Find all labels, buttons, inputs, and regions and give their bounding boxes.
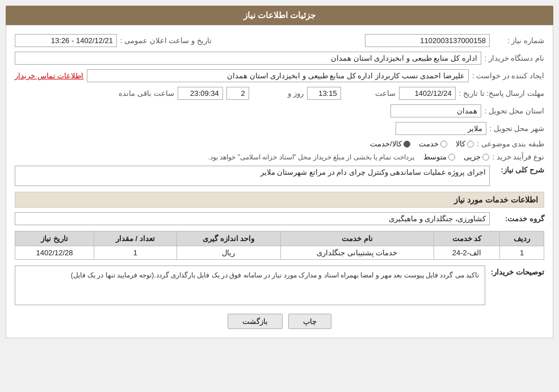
action-buttons: چاپ بازگشت <box>15 314 544 329</box>
services-table: ردیف کد خدمت نام خدمت واحد اندازه گیری ت… <box>15 231 544 260</box>
print-button[interactable]: چاپ <box>288 314 331 329</box>
table-row: 1الف-2-24خدمات پشتیبانی جنگلداریریال1140… <box>15 246 544 260</box>
rooz-value: 2 <box>226 87 249 100</box>
sharh-value: اجرای پروژه عملیات ساماندهی وکنترل چرای … <box>15 166 490 186</box>
contact-link[interactable]: اطلاعات تماس خریدار <box>15 71 83 80</box>
saat-label: ساعت <box>344 89 396 98</box>
col-vahed: واحد اندازه گیری <box>176 231 280 246</box>
cell-tarikh: 1402/12/28 <box>15 246 94 260</box>
radio-khedmat-circle <box>440 141 447 147</box>
tabaqe-label: طبقه بندی موضوعی : <box>477 140 544 148</box>
baqi-label: ساعت باقی مانده <box>119 89 174 98</box>
cell-vahed: ریال <box>176 246 280 260</box>
rooz-label: روز و <box>253 89 304 98</box>
col-kod: کد خدمت <box>434 231 499 246</box>
radio-kala-khedmat-circle <box>404 141 410 147</box>
mohlat-label: مهلت ارسال پاسخ: تا تاریخ : <box>459 89 544 98</box>
radio-jozyi-circle <box>482 154 489 161</box>
date-value: 1402/12/24 <box>399 87 456 100</box>
page-title: جزئیات اطلاعات نیاز <box>6 6 553 25</box>
radio-motavaset-circle <box>448 154 455 161</box>
khedmat-label: خدمت <box>419 140 439 148</box>
grooh-label: گروه خدمت: <box>493 214 544 223</box>
services-table-section: ردیف کد خدمت نام خدمت واحد اندازه گیری ت… <box>15 231 544 260</box>
grooh-value: کشاورزی، جنگلداری و ماهیگیری <box>15 212 490 225</box>
kala-label: کالا <box>456 140 465 148</box>
radio-jozyi[interactable]: جزیی <box>464 153 489 161</box>
cell-kod: الف-2-24 <box>434 246 499 260</box>
tabaqe-radio-group: کالا خدمت کالا/خدمت <box>370 140 474 148</box>
cell-name: خدمات پشتیبانی جنگلداری <box>280 246 434 260</box>
ostan-label: استان محل تحویل : <box>485 107 544 115</box>
farayand-radio-group: جزیی متوسط <box>423 153 489 161</box>
nooe-farayand-label: نوع فرآیند خرید : <box>493 153 544 161</box>
name-dastgah-value: اداره کل منابع طبیعی و ابخیزداری استان ه… <box>15 52 481 65</box>
saat-value: 13:15 <box>307 87 341 100</box>
motavaset-label: متوسط <box>423 153 447 161</box>
radio-kala[interactable]: کالا <box>456 140 474 148</box>
col-radif: ردیف <box>500 231 544 246</box>
name-dastgah-label: نام دستگاه خریدار : <box>485 54 544 62</box>
ostan-value: همدان <box>390 104 481 117</box>
buyer-notes-section: توصیحات خریدار: تاکید می گردد فایل پیوست… <box>15 265 544 305</box>
tarikh-elan-label: تاریخ و ساعت اعلان عمومی : <box>120 36 212 45</box>
col-name: نام خدمت <box>280 231 434 246</box>
shahr-label: شهر محل تحویل : <box>490 124 544 133</box>
buyer-notes-label: توصیحات خریدار: <box>491 265 544 305</box>
section2-header: اطلاعات خدمات مورد نیاز <box>15 192 544 208</box>
radio-kala-circle <box>467 141 474 147</box>
tarikh-elan-value: 1402/12/21 - 13:26 <box>15 34 117 47</box>
kala-khedmat-label: کالا/خدمت <box>370 140 402 148</box>
cell-radif: 1 <box>500 246 544 260</box>
shahr-value: ملایر <box>396 122 486 135</box>
shomare-niaz-label: شماره نیاز : <box>493 36 544 45</box>
shomare-niaz-value: 1102003137000158 <box>365 34 490 47</box>
col-tarikh: تاریخ نیاز <box>15 231 94 246</box>
col-tedad: تعداد / مقدار <box>94 231 176 246</box>
back-button[interactable]: بازگشت <box>228 314 283 329</box>
radio-khedmat[interactable]: خدمت <box>419 140 447 148</box>
ijad-konande-value: علیرضا احمدی نسب کاربرداز اداره کل منابع… <box>87 69 469 82</box>
sharh-label: شرح کلی نیاز: <box>493 166 544 174</box>
buyer-notes-value: تاکید می گردد فایل پیوست بعد مهر و امضا … <box>15 265 485 305</box>
radio-motavaset[interactable]: متوسط <box>423 153 455 161</box>
baqi-value: 23:09:34 <box>178 87 223 100</box>
ijad-konande-label: ایجاد کننده در خواست : <box>472 71 544 80</box>
cell-tedad: 1 <box>94 246 176 260</box>
jozyi-label: جزیی <box>464 153 481 161</box>
nooe-note: پرداخت تمام یا بخشی از مبلغ خریداز محل "… <box>208 153 414 161</box>
radio-kala-khedmat[interactable]: کالا/خدمت <box>370 140 410 148</box>
